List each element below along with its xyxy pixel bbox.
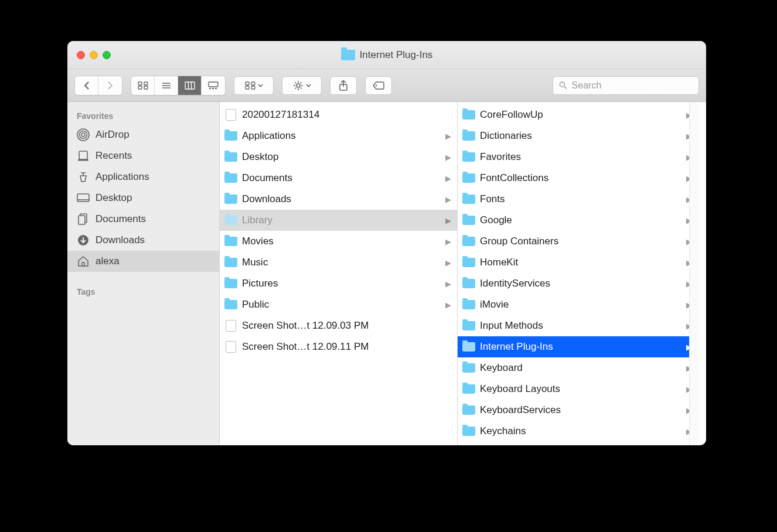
forward-button[interactable]	[98, 76, 122, 95]
folder-icon	[462, 278, 475, 289]
svg-rect-13	[215, 88, 217, 89]
view-list-button[interactable]	[155, 76, 178, 95]
view-switcher	[131, 76, 226, 96]
column-row[interactable]: FontCollections▶	[458, 168, 698, 189]
svg-rect-2	[138, 86, 142, 89]
column-row[interactable]: Desktop▶	[220, 146, 457, 168]
back-button[interactable]	[75, 76, 98, 95]
row-label: Desktop	[242, 151, 441, 163]
share-button[interactable]	[330, 76, 357, 95]
row-label: Group Containers	[480, 236, 681, 247]
column-row[interactable]: 20200127181314	[220, 104, 457, 125]
tag-icon	[373, 81, 384, 90]
folder-icon	[462, 215, 475, 226]
sidebar-item-applications[interactable]: Applications	[67, 166, 219, 187]
chevron-down-icon	[306, 84, 311, 87]
scrollbar[interactable]	[689, 102, 698, 445]
search-box[interactable]	[553, 76, 699, 95]
column-row[interactable]: Internet Plug-Ins▶	[458, 336, 698, 357]
svg-rect-7	[185, 82, 195, 89]
column-row[interactable]: Google▶	[458, 210, 698, 231]
column-row[interactable]: CoreFollowUp▶	[458, 104, 698, 125]
sidebar-item-airdrop[interactable]: AirDrop	[67, 124, 219, 145]
column-row[interactable]: Dictionaries▶	[458, 125, 698, 146]
column-1[interactable]: CoreFollowUp▶Dictionaries▶Favorites▶Font…	[458, 102, 698, 445]
row-label: 20200127181314	[242, 109, 451, 121]
folder-icon	[224, 257, 237, 268]
column-row[interactable]: Music▶	[220, 252, 457, 273]
folder-icon	[224, 236, 237, 247]
svg-point-32	[80, 131, 87, 139]
sidebar-item-documents[interactable]: Documents	[67, 209, 219, 230]
minimize-button[interactable]	[90, 51, 98, 59]
view-column-button[interactable]	[178, 76, 202, 95]
svg-line-24	[300, 87, 301, 88]
column-row[interactable]: Documents▶	[220, 168, 457, 189]
column-row[interactable]: Fonts▶	[458, 189, 698, 210]
column-row[interactable]: Screen Shot…t 12.09.11 PM	[220, 336, 457, 357]
tags-button[interactable]	[365, 76, 392, 95]
chevron-right-icon: ▶	[445, 258, 451, 267]
chevron-right-icon: ▶	[445, 195, 451, 204]
svg-rect-15	[251, 82, 255, 85]
sidebar-item-label: Applications	[96, 171, 149, 183]
row-label: Applications	[242, 130, 441, 142]
svg-rect-0	[138, 82, 142, 85]
svg-point-31	[81, 133, 85, 137]
row-label: Movies	[242, 236, 441, 247]
row-label: Keyboard	[480, 362, 681, 374]
folder-icon	[462, 320, 475, 331]
documents-icon	[77, 213, 90, 226]
fullscreen-button[interactable]	[103, 51, 111, 59]
column-row[interactable]: Applications▶	[220, 125, 457, 146]
file-icon	[224, 342, 237, 352]
folder-icon	[462, 384, 475, 394]
row-label: Keychains	[480, 425, 681, 437]
sidebar-item-downloads[interactable]: Downloads	[67, 230, 219, 251]
column-row[interactable]: Keyboard▶	[458, 357, 698, 378]
column-row[interactable]: KeyboardServices▶	[458, 400, 698, 421]
svg-line-26	[300, 82, 301, 83]
column-row[interactable]: Library▶	[220, 210, 457, 231]
column-row[interactable]: iMovie▶	[458, 294, 698, 315]
sidebar-item-desktop[interactable]: Desktop	[67, 187, 219, 209]
column-row[interactable]: Screen Shot…t 12.09.03 PM	[220, 315, 457, 336]
sidebar-heading-tags: Tags	[67, 282, 219, 300]
column-row[interactable]: Downloads▶	[220, 189, 457, 210]
group-by-button[interactable]	[234, 76, 274, 95]
close-button[interactable]	[77, 51, 85, 59]
column-row[interactable]: Keyboard Layouts▶	[458, 378, 698, 400]
column-row[interactable]: IdentityServices▶	[458, 273, 698, 294]
folder-icon	[341, 50, 355, 60]
row-label: Google	[480, 214, 681, 226]
column-0[interactable]: 20200127181314Applications▶Desktop▶Docum…	[220, 102, 458, 445]
folder-icon	[462, 257, 475, 268]
column-row[interactable]: Favorites▶	[458, 146, 698, 168]
sidebar-item-recents[interactable]: Recents	[67, 145, 219, 166]
column-row[interactable]: Input Methods▶	[458, 315, 698, 336]
folder-icon	[462, 173, 475, 183]
column-row[interactable]: Public▶	[220, 294, 457, 315]
row-label: FontCollections	[480, 172, 681, 184]
column-row[interactable]: Pictures▶	[220, 273, 457, 294]
airdrop-icon	[77, 128, 90, 141]
row-label: Pictures	[242, 278, 441, 289]
sidebar-item-label: Desktop	[96, 192, 132, 204]
column-row[interactable]: Group Containers▶	[458, 231, 698, 252]
column-row[interactable]: Movies▶	[220, 231, 457, 252]
view-gallery-button[interactable]	[202, 76, 225, 95]
column-row[interactable]: Keychains▶	[458, 421, 698, 442]
row-label: Screen Shot…t 12.09.11 PM	[242, 341, 451, 353]
folder-icon	[462, 131, 475, 141]
row-label: CoreFollowUp	[480, 109, 681, 121]
column-row[interactable]: HomeKit▶	[458, 252, 698, 273]
sidebar-item-label: Downloads	[96, 234, 145, 246]
search-input[interactable]	[572, 80, 693, 91]
chevron-right-icon: ▶	[445, 301, 451, 309]
traffic-lights	[77, 51, 111, 59]
folder-icon	[224, 299, 237, 310]
row-label: Downloads	[242, 193, 441, 205]
view-icon-button[interactable]	[131, 76, 155, 95]
sidebar-item-home[interactable]: alexa	[67, 251, 219, 272]
action-menu-button[interactable]	[282, 76, 322, 95]
